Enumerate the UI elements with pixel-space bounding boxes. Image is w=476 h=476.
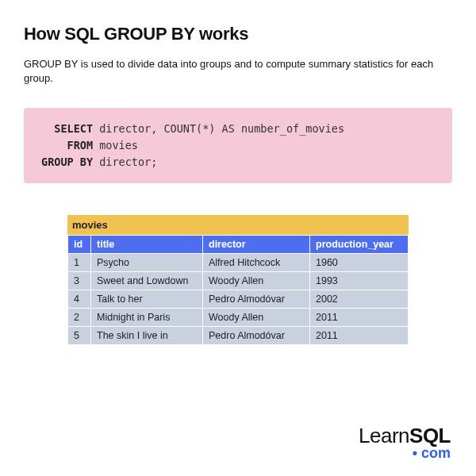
table-cell-director: Pedro Almodóvar [203, 327, 309, 344]
table-cell-title: The skin I live in [91, 327, 202, 344]
logo-dot-icon: • [413, 445, 417, 461]
keyword-select: SELECT [54, 122, 93, 135]
table-row: 4Talk to herPedro Almodóvar2002 [68, 290, 408, 308]
code-groupby-rest: director; [93, 155, 157, 168]
table-cell-id: 1 [68, 254, 90, 271]
page-title: How SQL GROUP BY works [24, 24, 452, 44]
table-cell-id: 2 [68, 309, 90, 326]
logo-com: com [421, 445, 451, 461]
table-cell-id: 5 [68, 327, 90, 344]
table-row: 2Midnight in ParisWoody Allen2011 [68, 309, 408, 326]
table-cell-title: Psycho [91, 254, 202, 271]
keyword-groupby: GROUP BY [41, 155, 93, 168]
col-header-title: title [91, 236, 202, 253]
table-cell-id: 4 [68, 290, 90, 308]
table-cell-year: 2002 [310, 290, 408, 308]
table-cell-id: 3 [68, 272, 90, 290]
table-cell-title: Sweet and Lowdown [91, 272, 202, 290]
col-header-director: director [203, 236, 309, 253]
table-cell-title: Midnight in Paris [91, 309, 202, 326]
col-header-year: production_year [310, 236, 408, 253]
table-cell-year: 2011 [310, 309, 408, 326]
table-cell-director: Woody Allen [203, 272, 309, 290]
description-text: GROUP BY is used to divide data into gro… [24, 57, 452, 86]
table-name-bar: movies [67, 215, 409, 235]
table-cell-director: Alfred Hitchcock [203, 254, 309, 271]
movies-table-container: movies id title director production_year… [67, 215, 409, 345]
sql-code-block: SELECT director, COUNT(*) AS number_of_m… [24, 108, 452, 183]
movies-table: id title director production_year 1Psych… [67, 235, 409, 345]
code-select-rest: director, COUNT(*) AS number_of_movies [93, 122, 344, 135]
table-cell-director: Woody Allen [203, 309, 309, 326]
col-header-id: id [68, 236, 90, 253]
table-cell-director: Pedro Almodóvar [203, 290, 309, 308]
table-row: 3Sweet and LowdownWoody Allen1993 [68, 272, 408, 290]
table-row: 1PsychoAlfred Hitchcock1960 [68, 254, 408, 271]
learnsql-logo: LearnSQL • com [359, 424, 451, 462]
logo-learn: Learn [359, 424, 409, 447]
keyword-from: FROM [67, 139, 94, 152]
logo-sql: SQL [409, 424, 451, 447]
code-from-rest: movies [93, 139, 138, 152]
table-cell-title: Talk to her [91, 290, 202, 308]
table-cell-year: 1960 [310, 254, 408, 271]
table-cell-year: 1993 [310, 272, 408, 290]
table-cell-year: 2011 [310, 327, 408, 344]
table-row: 5The skin I live inPedro Almodóvar2011 [68, 327, 408, 344]
